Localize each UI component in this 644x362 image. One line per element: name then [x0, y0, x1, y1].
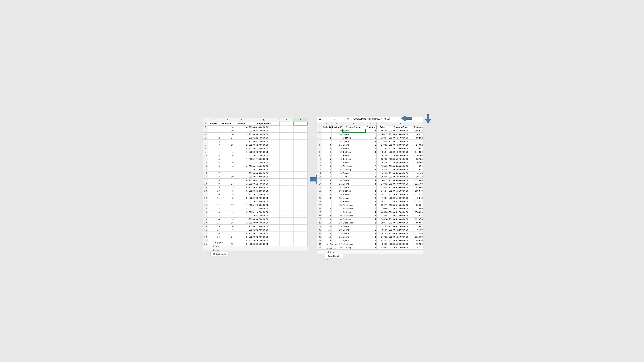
cell[interactable]: 1129.4	[413, 168, 423, 172]
cell[interactable]: 282.35	[376, 168, 388, 172]
cell[interactable]	[294, 218, 308, 221]
row-header[interactable]: 24	[203, 203, 208, 207]
cell[interactable]: 15	[208, 228, 220, 232]
cell[interactable]: 103.06	[413, 154, 423, 157]
cell[interactable]: 1	[220, 157, 234, 161]
cell[interactable]: 17.91	[376, 147, 388, 150]
cell[interactable]: Sports	[342, 182, 366, 186]
cell[interactable]: 14	[220, 182, 234, 186]
cell[interactable]	[280, 161, 294, 164]
cell[interactable]: 11	[220, 140, 234, 143]
cell[interactable]: 344.17	[376, 179, 388, 182]
col-header-G[interactable]: G	[413, 122, 423, 125]
cell[interactable]: 8	[208, 175, 220, 179]
row-header[interactable]: 35	[203, 242, 208, 246]
cell[interactable]: 2	[234, 143, 248, 147]
cell[interactable]: 17.91	[376, 225, 388, 228]
cell[interactable]: 2023-12-15 00:00:00	[248, 157, 280, 161]
cell[interactable]: 10	[322, 196, 332, 200]
field-header[interactable]: Price	[376, 125, 388, 129]
cell[interactable]: 4	[234, 214, 248, 218]
cell[interactable]: 4	[220, 133, 234, 136]
cell[interactable]: 2023-10-27 00:00:00	[248, 196, 280, 200]
name-box[interactable]: C2	[317, 117, 333, 121]
cell[interactable]	[280, 175, 294, 179]
cell[interactable]	[294, 136, 308, 140]
cell[interactable]: 10	[332, 129, 342, 133]
cell[interactable]	[280, 200, 294, 203]
cell[interactable]: 6	[220, 154, 234, 157]
tab-nav-prev[interactable]: ‹	[204, 247, 207, 250]
cell[interactable]	[280, 125, 294, 129]
select-all-corner[interactable]	[203, 118, 208, 122]
cell[interactable]: 2023-01-24 00:00:00	[248, 182, 280, 186]
cell[interactable]: 9	[322, 189, 332, 193]
cell[interactable]: 53.73	[413, 196, 423, 200]
col-header-D[interactable]: D	[248, 118, 280, 122]
cell[interactable]: Books	[342, 232, 366, 235]
cell[interactable]: 428.08	[413, 186, 423, 189]
cell[interactable]: 1743.36	[413, 150, 423, 154]
cell[interactable]: 1	[366, 172, 376, 175]
cell[interactable]: 3	[366, 193, 376, 196]
cell[interactable]: Electronics	[342, 214, 366, 218]
cell[interactable]: 5	[322, 161, 332, 164]
cell[interactable]: 2	[234, 235, 248, 239]
cell[interactable]	[280, 193, 294, 196]
cell[interactable]	[294, 168, 308, 172]
col-header-E[interactable]: E	[376, 122, 388, 125]
cell[interactable]: 2023-05-30 00:00:00	[248, 175, 280, 179]
cell[interactable]: Clothing	[342, 189, 366, 193]
row-header[interactable]: 10	[203, 154, 208, 157]
field-header[interactable]: Quantity	[366, 125, 376, 129]
cell[interactable]: 1712.32	[413, 140, 423, 143]
col-header-C[interactable]: C	[342, 122, 366, 125]
cell[interactable]: 10	[220, 125, 234, 129]
cell[interactable]: 4	[322, 150, 332, 154]
cell[interactable]: 2023-05-18 00:00:00	[388, 214, 414, 218]
cell[interactable]	[294, 242, 308, 246]
cell[interactable]: 1116.08	[413, 235, 423, 239]
cell[interactable]: 2023-07-12 00:00:00	[248, 189, 280, 193]
cell[interactable]: 20	[220, 175, 234, 179]
row-header[interactable]: 6	[317, 143, 322, 147]
cell[interactable]	[280, 186, 294, 189]
cell[interactable]	[280, 129, 294, 133]
row-header[interactable]: 15	[203, 172, 208, 175]
cell[interactable]: 1	[366, 228, 376, 232]
cell[interactable]: 428.08	[376, 239, 388, 242]
cell[interactable]: 2023-08-25 00:00:00	[248, 200, 280, 203]
cell[interactable]: 2023-05-17 00:00:00	[388, 210, 414, 214]
cell[interactable]: 11	[332, 143, 342, 147]
cell[interactable]: 3	[322, 143, 332, 147]
cell[interactable]: 2023-01-18 00:00:00	[248, 147, 280, 150]
col-header-B[interactable]: B	[332, 122, 342, 125]
cell[interactable]	[294, 200, 308, 203]
cell[interactable]: 61.65	[376, 172, 388, 175]
cell[interactable]: 14	[220, 235, 234, 239]
cell[interactable]: 15	[220, 143, 234, 147]
cell[interactable]: 103.06	[376, 161, 388, 164]
cell[interactable]: 1376.68	[413, 179, 423, 182]
field-header[interactable]: Quantity	[234, 122, 248, 125]
cell[interactable]: 15	[208, 225, 220, 228]
cell[interactable]	[294, 182, 308, 186]
cell[interactable]: 2	[234, 218, 248, 221]
cell[interactable]: 10	[208, 189, 220, 193]
sheet-tab-orders[interactable]: Orders	[325, 250, 343, 254]
row-header[interactable]: 11	[203, 157, 208, 161]
cell[interactable]	[294, 189, 308, 193]
cell[interactable]: 14	[208, 218, 220, 221]
row-header[interactable]: 4	[317, 136, 322, 140]
cell[interactable]	[280, 207, 294, 210]
cell[interactable]: 2023-03-17 00:00:00	[248, 129, 280, 133]
cell[interactable]: Books	[342, 147, 366, 150]
cell[interactable]: 6	[332, 168, 342, 172]
row-header[interactable]: 21	[203, 193, 208, 196]
field-header[interactable]: ShippingDate	[248, 122, 280, 125]
sheet-tab-orderdetails[interactable]: OrderDetails	[210, 252, 228, 256]
col-header-A[interactable]: A	[322, 122, 332, 125]
cell[interactable]: 20	[332, 133, 342, 136]
cell[interactable]: 4	[366, 218, 376, 221]
cell[interactable]: 1743.36	[413, 210, 423, 214]
